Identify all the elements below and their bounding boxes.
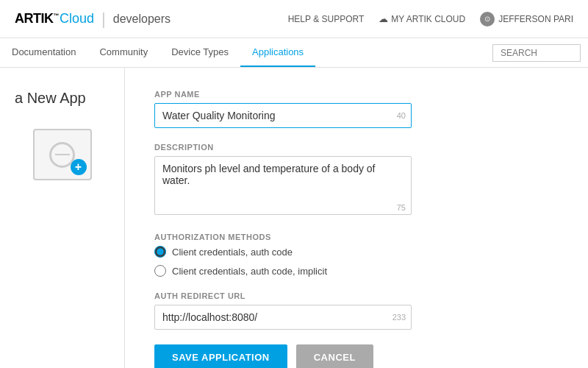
auth-redirect-group: AUTH REDIRECT URL 233 [154,291,559,330]
logo-artik: ARTIK™ [15,11,59,26]
description-group: DESCRIPTION Monitors ph level and temper… [154,143,559,218]
nav-items: Documentation Community Device Types App… [0,38,315,67]
user-avatar-icon: ⊙ [480,12,495,26]
sidebar: a New App + [0,68,125,368]
header: ARTIK™ Cloud | developers HELP & SUPPORT… [0,0,588,38]
app-icon-placeholder: + [33,129,92,180]
description-textarea-wrapper: Monitors ph level and temperature of a b… [154,156,412,218]
nav-documentation[interactable]: Documentation [0,38,87,67]
nav-applications[interactable]: Applications [240,38,315,67]
nav-device-types[interactable]: Device Types [159,38,240,67]
auth-methods-label: AUTHORIZATION METHODS [154,233,559,241]
sidebar-icon-area: + [15,129,110,180]
app-name-input-wrapper: 40 [154,103,412,128]
logo-separator: | [101,10,106,29]
mycloud-link[interactable]: ☁ MY ARTIK CLOUD [379,13,465,24]
auth-redirect-char-count: 233 [392,313,406,322]
auth-redirect-label: AUTH REDIRECT URL [154,291,559,300]
cancel-button[interactable]: CANCEL [296,344,373,368]
main-content: a New App + APP NAME 40 DESCRIPTION [0,68,588,368]
radio-group: Client credentials, auth code Client cre… [154,246,559,277]
artik-text: ARTIK [15,11,54,26]
logo-area: ARTIK™ Cloud | developers [15,10,171,29]
nav-bar: Documentation Community Device Types App… [0,38,588,68]
cloud-icon: ☁ [379,13,388,24]
radio-input-1[interactable] [154,265,166,277]
description-char-count: 75 [397,203,406,212]
svg-rect-0 [55,154,70,155]
user-menu[interactable]: ⊙ JEFFERSON PARI [480,12,573,26]
app-name-input[interactable] [154,103,412,128]
radio-label-1: Client credentials, auth code, implicit [172,266,327,277]
logo-cloud: Cloud [60,11,94,26]
radio-item-1[interactable]: Client credentials, auth code, implicit [154,265,559,277]
search-area [485,38,588,67]
app-name-group: APP NAME 40 [154,90,559,128]
radio-input-0[interactable] [154,246,166,258]
button-row: SAVE APPLICATION CANCEL [154,344,559,368]
trademark: ™ [54,13,60,19]
header-right: HELP & SUPPORT ☁ MY ARTIK CLOUD ⊙ JEFFER… [288,12,573,26]
description-textarea[interactable]: Monitors ph level and temperature of a b… [154,156,412,215]
help-support-link[interactable]: HELP & SUPPORT [288,14,365,24]
sidebar-title: a New App [15,90,110,107]
form-area: APP NAME 40 DESCRIPTION Monitors ph leve… [125,68,588,368]
user-name: JEFFERSON PARI [498,14,573,24]
description-label: DESCRIPTION [154,143,559,152]
auth-redirect-input-wrapper: 233 [154,305,412,330]
save-application-button[interactable]: SAVE APPLICATION [154,344,287,368]
radio-item-0[interactable]: Client credentials, auth code [154,246,559,258]
search-input[interactable] [492,44,581,62]
auth-redirect-input[interactable] [154,305,412,330]
nav-community[interactable]: Community [87,38,159,67]
minus-icon [55,153,70,156]
radio-label-0: Client credentials, auth code [172,247,293,258]
app-name-char-count: 40 [397,111,406,120]
app-name-label: APP NAME [154,90,559,99]
auth-methods-group: AUTHORIZATION METHODS Client credentials… [154,233,559,277]
add-icon[interactable]: + [71,159,87,175]
logo-developers: developers [113,13,171,26]
